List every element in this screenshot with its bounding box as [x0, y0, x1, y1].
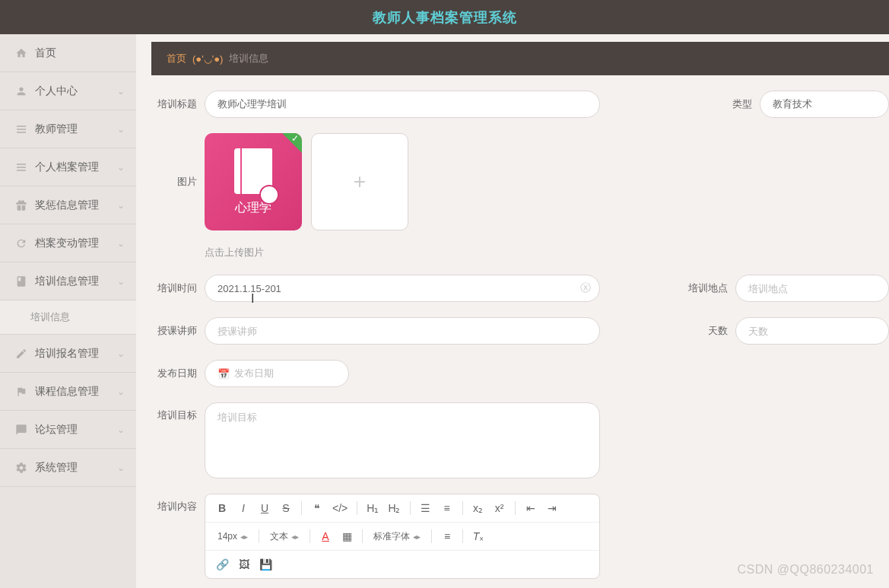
edit-icon	[15, 348, 27, 360]
clear-format-button[interactable]: Tₓ	[469, 527, 487, 545]
sidebar: 首页 个人中心 ⌄ 教师管理 ⌄ 个人档案管理 ⌄ 奖惩信息管理 ⌄ 档案变动管…	[0, 34, 136, 588]
home-icon	[15, 47, 27, 59]
gift-icon	[15, 199, 27, 211]
breadcrumb-home[interactable]: 首页	[167, 52, 186, 65]
app-title: 教师人事档案管理系统	[373, 8, 517, 27]
teacher-label: 授课讲师	[151, 324, 197, 338]
sidebar-item-change[interactable]: 档案变动管理 ⌄	[0, 224, 136, 262]
bgcolor-button[interactable]: ▦	[338, 527, 356, 545]
ul-button[interactable]: ≡	[438, 499, 456, 517]
content-label: 培训内容	[151, 494, 197, 513]
flag-icon	[15, 386, 27, 398]
sidebar-label: 教师管理	[35, 122, 78, 136]
sidebar-item-course[interactable]: 课程信息管理 ⌄	[0, 373, 136, 411]
chevron-down-icon: ⌄	[117, 124, 125, 135]
goal-textarea[interactable]	[205, 402, 600, 478]
code-button[interactable]: </>	[329, 499, 351, 517]
align-button[interactable]: ≡	[438, 527, 456, 545]
sidebar-label: 系统管理	[35, 461, 78, 475]
link-button[interactable]: 🔗	[213, 555, 232, 574]
upload-hint: 点击上传图片	[205, 246, 889, 259]
add-image-button[interactable]: +	[311, 133, 408, 230]
sidebar-item-home[interactable]: 首页	[0, 34, 136, 72]
pubdate-label: 发布日期	[151, 367, 197, 380]
sidebar-item-archive[interactable]: 个人档案管理 ⌄	[0, 148, 136, 186]
sidebar-label: 个人中心	[35, 84, 78, 98]
days-label: 天数	[697, 324, 728, 338]
rich-editor: B I U S ❝ </> H₁ H₂ ☰ ≡ x₂	[205, 494, 600, 579]
italic-button[interactable]: I	[234, 499, 252, 517]
sidebar-item-teacher[interactable]: 教师管理 ⌄	[0, 110, 136, 148]
clear-icon[interactable]: ⓧ	[580, 281, 591, 295]
chevron-down-icon: ⌄	[117, 200, 125, 211]
uploaded-image[interactable]: 心理学	[205, 133, 302, 230]
outdent-button[interactable]: ⇥	[543, 499, 561, 517]
sub-button[interactable]: x₂	[469, 499, 487, 517]
chevron-down-icon: ⌄	[117, 238, 125, 249]
location-input[interactable]	[735, 275, 889, 302]
app-header: 教师人事档案管理系统	[0, 0, 889, 34]
form-content: 培训标题 类型 教育技术 图片 心理学	[136, 75, 889, 588]
sidebar-item-training[interactable]: 培训信息管理 ⌄	[0, 262, 136, 300]
breadcrumb-current: 培训信息	[229, 52, 268, 65]
editor-toolbar-2: 14px◂▸ 文本◂▸ A ▦ 标准字体◂▸ ≡ Tₓ	[205, 523, 599, 551]
bold-button[interactable]: B	[213, 499, 231, 517]
sidebar-item-forum[interactable]: 论坛管理 ⌄	[0, 411, 136, 449]
refresh-icon	[15, 237, 27, 250]
time-input[interactable]	[205, 275, 600, 302]
user-icon	[15, 85, 27, 97]
image-label: 图片	[151, 175, 197, 189]
sidebar-label: 首页	[35, 46, 56, 60]
title-label: 培训标题	[151, 97, 197, 111]
sidebar-label: 培训信息	[30, 310, 70, 324]
list-icon	[15, 161, 27, 173]
sidebar-label: 档案变动管理	[35, 237, 99, 250]
editor-toolbar: B I U S ❝ </> H₁ H₂ ☰ ≡ x₂	[205, 494, 599, 523]
save-button[interactable]: 💾	[256, 555, 275, 574]
sidebar-item-system[interactable]: 系统管理 ⌄	[0, 449, 136, 487]
breadcrumb-emoji: (●'◡'●)	[192, 53, 223, 65]
h1-button[interactable]: H₁	[364, 499, 382, 517]
indent-button[interactable]: ⇤	[522, 499, 540, 517]
sidebar-item-training-info[interactable]: 培训信息	[0, 300, 136, 335]
ol-button[interactable]: ☰	[417, 499, 435, 517]
goal-label: 培训目标	[151, 402, 197, 422]
sidebar-label: 课程信息管理	[35, 385, 99, 399]
h2-button[interactable]: H₂	[385, 499, 403, 517]
chevron-down-icon: ⌄	[117, 386, 125, 397]
gear-icon	[15, 462, 27, 474]
sidebar-item-profile[interactable]: 个人中心 ⌄	[0, 72, 136, 110]
sidebar-label: 个人档案管理	[35, 161, 99, 174]
days-input[interactable]	[735, 317, 889, 345]
teacher-input[interactable]	[205, 317, 600, 345]
fontsize-select[interactable]: 14px◂▸	[213, 529, 252, 543]
chevron-down-icon: ⌄	[117, 276, 125, 287]
strike-button[interactable]: S	[277, 499, 295, 517]
time-label: 培训时间	[151, 281, 197, 295]
type-select[interactable]: 教育技术	[760, 91, 889, 118]
chevron-down-icon: ⌄	[117, 162, 125, 173]
sidebar-item-reward[interactable]: 奖惩信息管理 ⌄	[0, 186, 136, 224]
check-icon	[282, 133, 302, 153]
underline-button[interactable]: U	[256, 499, 274, 517]
sidebar-item-signup[interactable]: 培训报名管理 ⌄	[0, 335, 136, 373]
quote-button[interactable]: ❝	[308, 499, 326, 517]
chevron-down-icon: ⌄	[117, 462, 125, 473]
calendar-icon: 📅	[217, 368, 230, 380]
type-label: 类型	[722, 97, 752, 111]
sidebar-label: 培训报名管理	[35, 347, 99, 361]
chevron-down-icon: ⌄	[117, 348, 125, 359]
book-icon	[15, 275, 27, 288]
sup-button[interactable]: x²	[491, 499, 509, 517]
color-button[interactable]: A	[316, 527, 335, 545]
image-button[interactable]: 🖼	[235, 555, 253, 574]
chat-icon	[15, 424, 27, 436]
watermark: CSDN @QQ860234001	[738, 563, 875, 577]
sidebar-label: 奖惩信息管理	[35, 199, 99, 212]
list-icon	[15, 123, 27, 135]
texttype-select[interactable]: 文本◂▸	[265, 529, 303, 545]
title-input[interactable]	[205, 91, 600, 118]
fontfamily-select[interactable]: 标准字体◂▸	[369, 529, 425, 545]
chevron-down-icon: ⌄	[117, 424, 125, 435]
pubdate-input[interactable]: 📅 发布日期	[205, 360, 349, 387]
